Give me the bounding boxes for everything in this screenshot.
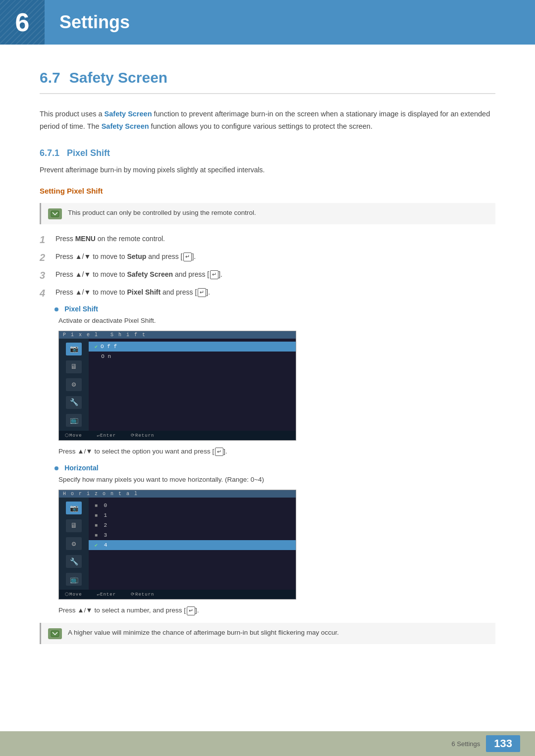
menu-icon-display-2: 🖥: [66, 519, 82, 532]
bottom-move-2: ⬡Move: [65, 592, 82, 597]
menu-icon-gear2: 🔧: [66, 396, 82, 409]
step-3: 3 Press ▲/▼ to move to Safety Screen and…: [40, 269, 495, 282]
menu-option-0: ■ 0: [89, 501, 296, 510]
bullet-desc-2: Specify how many pixels you want to move…: [58, 475, 495, 485]
press-note-2: Press ▲/▼ to select a number, and press …: [58, 605, 495, 615]
step-3-text: Press ▲/▼ to move to Safety Screen and p…: [55, 269, 222, 280]
note-icon: [48, 208, 62, 219]
option-on-label: O n: [95, 353, 111, 359]
menu-title-bar-1: P i x e l S h i f t: [59, 331, 296, 339]
menu-icon-screen-2: 📺: [66, 573, 82, 586]
check-0: ■: [95, 503, 98, 508]
bottom-return-2: ⟳Return: [131, 592, 154, 597]
steps-list: 1 Press MENU on the remote control. 2 Pr…: [40, 233, 495, 300]
menu-icon-display: 🖥: [66, 360, 82, 373]
subsection-671-heading: 6.7.1 Pixel Shift: [40, 148, 495, 158]
check-3: ■: [95, 533, 98, 538]
header-banner: 6 Settings: [0, 0, 535, 45]
enter-icon-note1: ↵: [215, 448, 223, 456]
menu-option-1: ■ 1: [89, 510, 296, 520]
bullet-label-1: Pixel Shift: [64, 305, 98, 313]
menu-title-bar-2: H o r i z o n t a l: [59, 490, 296, 498]
menu-bottom-bar-1: ⬡Move ↵Enter ⟳Return: [59, 431, 296, 440]
bottom-note-icon: [48, 628, 62, 639]
menu-body-2: 📷 🖥 ⚙ 🔧 📺 ■ 0 ■ 1 ■ 2: [59, 498, 296, 590]
check-1: ■: [95, 513, 98, 518]
step-3-num: 3: [40, 269, 50, 282]
menu-option-3: ■ 3: [89, 530, 296, 540]
menu-options-1: ✔ O f f O n: [89, 339, 296, 431]
note-box: This product can only be controlled by u…: [40, 203, 495, 224]
step-1-num: 1: [40, 233, 50, 246]
horizontal-menu: H o r i z o n t a l 📷 🖥 ⚙ 🔧 📺 ■ 0 ■ 1: [58, 490, 296, 600]
bottom-note-text: A higher value will minimize the chance …: [68, 628, 339, 638]
step-4-num: 4: [40, 287, 50, 300]
option-0-label: 0: [101, 503, 107, 508]
menu-icon-settings-2: ⚙: [66, 537, 82, 550]
enter-icon-note2: ↵: [187, 606, 195, 615]
intro-text-end: function allows you to configure various…: [149, 122, 373, 130]
bullet-dot-1: [54, 307, 58, 311]
intro-text-before: This product uses a: [40, 110, 105, 118]
bullet-label-2: Horizontal: [64, 464, 98, 472]
bottom-note-box: A higher value will minimize the chance …: [40, 623, 495, 644]
intro-paragraph: This product uses a Safety Screen functi…: [40, 108, 495, 132]
page-footer: 6 Settings 133: [0, 731, 535, 756]
intro-bold2: Safety Screen: [102, 122, 149, 130]
svg-rect-0: [51, 211, 59, 217]
subsection-title: Pixel Shift: [67, 148, 110, 158]
step-4: 4 Press ▲/▼ to move to Pixel Shift and p…: [40, 287, 495, 300]
menu-sidebar-2: 📷 🖥 ⚙ 🔧 📺: [59, 498, 89, 590]
menu-options-2: ■ 0 ■ 1 ■ 2 ■ 3 ✔ 4: [89, 498, 296, 590]
menu-icon-camera-2: 📷: [66, 502, 82, 514]
step-2: 2 Press ▲/▼ to move to Setup and press […: [40, 251, 495, 264]
bottom-move-1: ⬡Move: [65, 433, 82, 438]
menu-icon-settings: ⚙: [66, 378, 82, 391]
menu-bottom-bar-2: ⬡Move ↵Enter ⟳Return: [59, 590, 296, 599]
menu-option-4: ✔ 4: [89, 540, 296, 550]
section-number: 6.7: [40, 69, 60, 86]
setting-heading: Setting Pixel Shift: [40, 187, 495, 195]
intro-bold1: Safety Screen: [105, 110, 152, 118]
enter-icon-4: ↵: [198, 288, 206, 297]
main-content: 6.7 Safety Screen This product uses a Sa…: [0, 45, 535, 684]
step-2-num: 2: [40, 251, 50, 264]
menu-sidebar-1: 📷 🖥 ⚙ 🔧 📺: [59, 339, 89, 431]
menu-icon-screen: 📺: [66, 414, 82, 427]
option-2-label: 2: [101, 522, 107, 528]
bottom-enter-1: ↵Enter: [97, 433, 116, 438]
option-off-label: O f f: [101, 344, 117, 350]
menu-icon-gear2-2: 🔧: [66, 555, 82, 568]
option-3-label: 3: [101, 532, 107, 538]
note-text: This product can only be controlled by u…: [68, 208, 256, 218]
bottom-enter-2: ↵Enter: [97, 592, 116, 597]
check-4: ✔: [95, 542, 98, 548]
chapter-number: 6: [15, 7, 30, 37]
menu-option-2: ■ 2: [89, 520, 296, 530]
step-2-text: Press ▲/▼ to move to Setup and press [↵]…: [55, 251, 196, 262]
chapter-number-box: 6: [0, 0, 45, 45]
check-2: ■: [95, 523, 98, 528]
bottom-return-1: ⟳Return: [131, 433, 154, 438]
press-note-1: Press ▲/▼ to select the option you want …: [58, 447, 495, 456]
bullet-desc-1: Activate or deactivate Pixel Shift.: [58, 316, 495, 326]
svg-rect-1: [51, 631, 59, 637]
section-title: Safety Screen: [69, 69, 167, 86]
section-heading: 6.7 Safety Screen: [40, 69, 495, 94]
check-off: ✔: [95, 344, 98, 350]
subsection-number: 6.7.1: [40, 148, 59, 158]
step-4-text: Press ▲/▼ to move to Pixel Shift and pre…: [55, 287, 210, 298]
subsection-description: Prevent afterimage burn-in by moving pix…: [40, 164, 495, 175]
footer-page-number: 133: [486, 735, 520, 752]
step-1: 1 Press MENU on the remote control.: [40, 233, 495, 246]
menu-option-on: O n: [89, 352, 296, 361]
step-1-text: Press MENU on the remote control.: [55, 233, 165, 244]
option-4-label: 4: [101, 542, 107, 548]
bullet-horizontal: Horizontal: [54, 463, 495, 472]
menu-option-off: ✔ O f f: [89, 342, 296, 352]
pixel-shift-menu: P i x e l S h i f t 📷 🖥 ⚙ 🔧 📺 ✔ O f f O …: [58, 331, 296, 441]
bullet-pixel-shift: Pixel Shift: [54, 304, 495, 313]
chapter-title: Settings: [45, 12, 130, 33]
menu-body-1: 📷 🖥 ⚙ 🔧 📺 ✔ O f f O n: [59, 339, 296, 431]
bullet-dot-2: [54, 466, 58, 470]
